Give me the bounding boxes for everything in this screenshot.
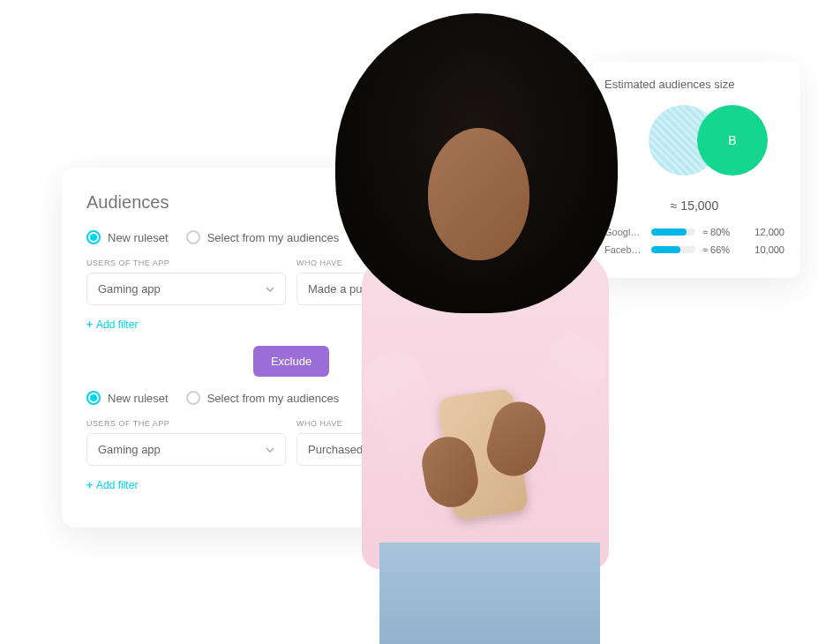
add-filter-link[interactable]: + Add filter bbox=[86, 318, 138, 331]
person-photo bbox=[291, 13, 662, 644]
filter-label: USERS OF THE APP bbox=[86, 419, 286, 428]
radio-new-ruleset[interactable]: New ruleset bbox=[86, 230, 169, 244]
chevron-down-icon bbox=[266, 287, 274, 292]
est-pct: ≈ 80% bbox=[702, 227, 738, 237]
select-value: Gaming app bbox=[98, 443, 161, 456]
est-pct: ≈ 66% bbox=[702, 244, 738, 255]
radio-label: New ruleset bbox=[108, 231, 169, 244]
select-app[interactable]: Gaming app bbox=[86, 433, 286, 466]
add-filter-label: Add filter bbox=[96, 318, 138, 331]
radio-new-ruleset[interactable]: New ruleset bbox=[86, 391, 169, 405]
filter-users-app: USERS OF THE APP Gaming app bbox=[86, 258, 286, 305]
select-app[interactable]: Gaming app bbox=[86, 273, 286, 305]
add-filter-link[interactable]: + Add filter bbox=[86, 479, 138, 491]
plus-icon: + bbox=[86, 479, 93, 491]
filter-users-app: USERS OF THE APP Gaming app bbox=[86, 419, 286, 466]
radio-icon bbox=[86, 391, 101, 405]
plus-icon: + bbox=[86, 318, 93, 331]
chevron-down-icon bbox=[266, 447, 274, 453]
est-val: 10,000 bbox=[745, 244, 784, 255]
select-value: Gaming app bbox=[98, 282, 161, 296]
radio-icon bbox=[186, 391, 200, 405]
radio-label: New ruleset bbox=[108, 392, 169, 405]
radio-icon bbox=[186, 230, 200, 244]
venn-circle-b: B bbox=[697, 105, 768, 176]
add-filter-label: Add filter bbox=[96, 479, 138, 491]
radio-icon bbox=[86, 230, 101, 244]
filter-label: USERS OF THE APP bbox=[86, 258, 286, 267]
est-val: 12,000 bbox=[745, 227, 784, 237]
